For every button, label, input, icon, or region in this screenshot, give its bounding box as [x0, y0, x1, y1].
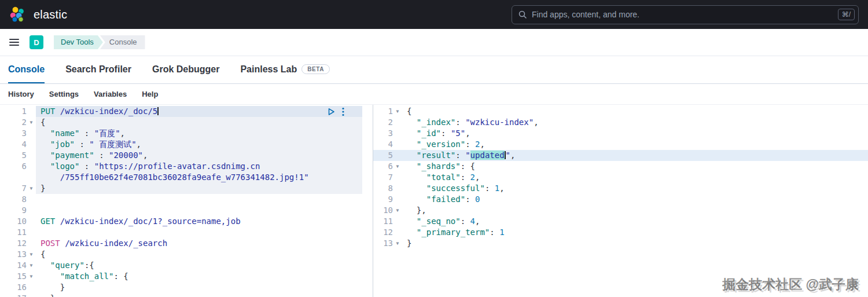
menu-item-variables[interactable]: Variables — [94, 90, 127, 98]
brand-text: elastic — [34, 8, 67, 21]
line-number — [0, 172, 27, 183]
code-line[interactable]: 13▼{ — [0, 249, 373, 260]
menu-item-help[interactable]: Help — [142, 90, 158, 98]
code-line[interactable]: 6 "logo" : "https://profile-avatar.csdni… — [0, 161, 373, 172]
line-number: 2 — [0, 117, 27, 128]
code-line[interactable]: 2 "_index": "wzkicu-index", — [373, 117, 868, 128]
code-segment: "payment" — [50, 151, 94, 160]
request-options-icon[interactable] — [341, 107, 345, 116]
code-segment: 0 — [475, 195, 480, 204]
console-editor: 1PUT /wzkicu-index/_doc/52▼{3 "name" : "… — [0, 105, 868, 297]
deployment-badge[interactable]: D — [30, 35, 43, 49]
code-segment: 2 — [470, 173, 475, 182]
code-segment: : — [485, 184, 495, 193]
code-line[interactable]: 13▼} — [373, 238, 868, 249]
tab-painless-lab[interactable]: Painless Lab BETA — [240, 56, 330, 83]
fold-caret-icon[interactable]: ▼ — [27, 249, 36, 260]
fold-caret-icon[interactable]: ▼ — [27, 260, 36, 271]
menu-item-history[interactable]: History — [8, 90, 34, 98]
line-number: 10 — [373, 205, 393, 216]
fold-caret-icon[interactable]: ▼ — [27, 117, 36, 128]
search-icon — [518, 10, 527, 19]
fold-caret-icon[interactable]: ▼ — [27, 183, 36, 194]
code-line[interactable]: 14▼ "query":{ — [0, 260, 373, 271]
tab-search-profiler[interactable]: Search Profiler — [65, 56, 131, 83]
line-number: 9 — [0, 205, 27, 216]
code-text: "match_all": { — [36, 271, 362, 282]
code-segment: "failed" — [426, 195, 465, 204]
global-search[interactable]: ⌘/ — [512, 5, 859, 24]
code-line[interactable]: 3 "name" : "百度", — [0, 128, 373, 139]
code-line[interactable]: 9 — [0, 205, 373, 216]
code-line[interactable]: 1▼{ — [373, 106, 868, 117]
fold-spacer — [27, 216, 36, 227]
code-line[interactable]: 3 "_id": "5", — [373, 128, 868, 139]
line-number: 7 — [373, 172, 393, 183]
menu-item-settings[interactable]: Settings — [49, 90, 79, 98]
code-text: "_version": 2, — [402, 139, 868, 150]
elastic-logo-icon[interactable] — [9, 6, 25, 23]
code-line[interactable]: 11 — [0, 227, 373, 238]
send-request-button[interactable] — [328, 108, 335, 116]
code-text: "_id": "5", — [402, 128, 868, 139]
menu-icon[interactable] — [9, 39, 19, 46]
line-number: 9 — [373, 194, 393, 205]
code-segment: "_id" — [417, 129, 441, 138]
code-line[interactable]: 12POST /wzkicu-index/_search — [0, 238, 373, 249]
fold-caret-icon[interactable]: ▼ — [393, 205, 402, 216]
fold-spacer — [27, 194, 36, 205]
code-line[interactable]: /755ff10be62f4e7081bc36028fa9eafe_w77634… — [0, 172, 373, 183]
code-line[interactable]: 4 "_version": 2, — [373, 139, 868, 150]
breadcrumb-dev-tools[interactable]: Dev Tools — [54, 35, 103, 49]
code-segment: } — [41, 294, 55, 297]
tab-console[interactable]: Console — [8, 56, 45, 83]
code-segment: : — [75, 140, 89, 149]
code-segment: : — [455, 118, 465, 127]
code-line[interactable]: 5 "result": "updated", — [373, 150, 868, 161]
tab-grok-debugger[interactable]: Grok Debugger — [152, 56, 219, 83]
code-line[interactable]: 17 } — [0, 293, 373, 297]
fold-caret-icon[interactable]: ▼ — [393, 238, 402, 249]
breadcrumb-console[interactable]: Console — [100, 35, 145, 49]
fold-caret-icon[interactable]: ▼ — [393, 106, 402, 117]
code-line[interactable]: 2▼{ — [0, 117, 373, 128]
code-segment: /wzkicu-index/_doc/5 — [60, 107, 158, 116]
code-line[interactable]: 5 "payment" : "20000", — [0, 150, 373, 161]
code-line[interactable]: 7▼} — [0, 183, 373, 194]
line-number: 10 — [0, 216, 27, 227]
line-number: 5 — [373, 150, 393, 161]
code-segment: , — [510, 151, 515, 160]
fold-caret-icon[interactable]: ▼ — [393, 161, 402, 172]
code-segment: , — [475, 217, 480, 226]
fold-caret-icon[interactable]: ▼ — [27, 271, 36, 282]
code-segment: : — [79, 162, 94, 171]
fold-spacer — [27, 139, 36, 150]
code-line[interactable]: 10GET /wzkicu-index/_doc/1?_source=name,… — [0, 216, 373, 227]
code-line[interactable]: 12 "_primary_term": 1 — [373, 227, 868, 238]
response-pane[interactable]: 1▼{2 "_index": "wzkicu-index",3 "_id": "… — [373, 105, 868, 297]
code-text: "query":{ — [36, 260, 362, 271]
code-segment — [407, 140, 417, 149]
code-text: POST /wzkicu-index/_search — [36, 238, 362, 249]
code-line[interactable]: 10▼ }, — [373, 205, 868, 216]
request-editor-pane[interactable]: 1PUT /wzkicu-index/_doc/52▼{3 "name" : "… — [0, 105, 373, 297]
line-number: 3 — [0, 128, 27, 139]
code-text: "failed": 0 — [402, 194, 868, 205]
code-line[interactable]: 7 "total": 2, — [373, 172, 868, 183]
code-line[interactable]: 8 "successful": 1, — [373, 183, 868, 194]
code-segment: : — [461, 217, 470, 226]
code-line[interactable]: 15▼ "match_all": { — [0, 271, 373, 282]
code-segment: : — [465, 140, 475, 149]
search-input[interactable] — [532, 10, 833, 19]
code-line[interactable]: 11 "_seq_no": 4, — [373, 216, 868, 227]
code-line[interactable]: 4 "job" : " 百度测试", — [0, 139, 373, 150]
code-text: { — [36, 249, 362, 260]
code-segment: "20000" — [109, 151, 143, 160]
code-line[interactable]: 8 — [0, 194, 373, 205]
code-line[interactable]: 9 "failed": 0 — [373, 194, 868, 205]
code-line[interactable]: 6▼ "_shards": { — [373, 161, 868, 172]
fold-spacer — [393, 117, 402, 128]
code-line[interactable]: 1PUT /wzkicu-index/_doc/5 — [0, 106, 373, 117]
code-line[interactable]: 16 } — [0, 282, 373, 293]
code-segment: "5" — [451, 129, 465, 138]
